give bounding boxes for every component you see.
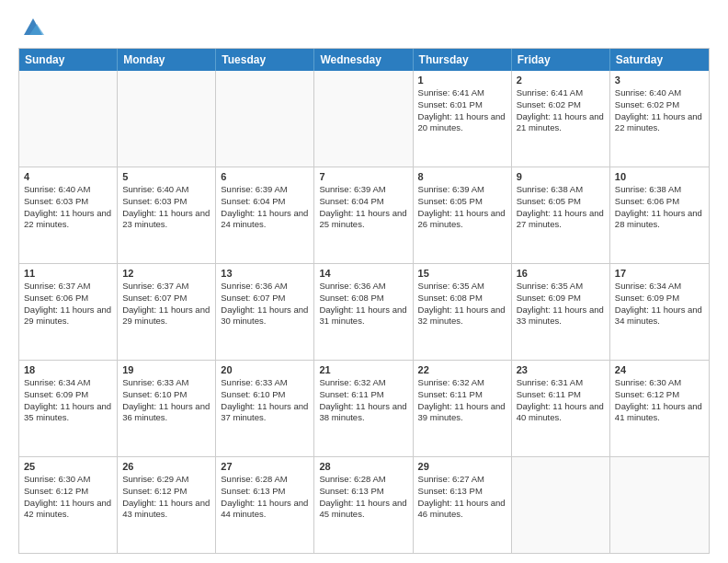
day-number: 17 <box>615 268 704 279</box>
day-number: 21 <box>319 364 407 375</box>
empty-cell <box>610 457 709 553</box>
day-info: Sunrise: 6:41 AM Sunset: 6:02 PM Dayligh… <box>517 87 605 134</box>
day-cell-5: 5Sunrise: 6:40 AM Sunset: 6:03 PM Daylig… <box>118 167 216 263</box>
calendar: SundayMondayTuesdayWednesdayThursdayFrid… <box>18 48 710 554</box>
day-info: Sunrise: 6:35 AM Sunset: 6:08 PM Dayligh… <box>418 281 506 327</box>
calendar-week-1: 1Sunrise: 6:41 AM Sunset: 6:01 PM Daylig… <box>19 71 709 167</box>
header <box>18 15 710 40</box>
day-info: Sunrise: 6:28 AM Sunset: 6:13 PM Dayligh… <box>319 474 407 521</box>
empty-cell <box>216 71 314 167</box>
calendar-week-3: 11Sunrise: 6:37 AM Sunset: 6:06 PM Dayli… <box>19 264 709 361</box>
day-number: 11 <box>24 268 112 279</box>
logo-icon <box>20 15 46 40</box>
day-cell-20: 20Sunrise: 6:33 AM Sunset: 6:10 PM Dayli… <box>216 361 314 456</box>
day-cell-26: 26Sunrise: 6:29 AM Sunset: 6:12 PM Dayli… <box>118 457 216 553</box>
calendar-body: 1Sunrise: 6:41 AM Sunset: 6:01 PM Daylig… <box>19 71 709 553</box>
day-info: Sunrise: 6:28 AM Sunset: 6:13 PM Dayligh… <box>221 474 309 521</box>
day-info: Sunrise: 6:31 AM Sunset: 6:11 PM Dayligh… <box>517 377 605 424</box>
calendar-header: SundayMondayTuesdayWednesdayThursdayFrid… <box>19 49 709 71</box>
day-number: 14 <box>319 268 407 279</box>
day-cell-21: 21Sunrise: 6:32 AM Sunset: 6:11 PM Dayli… <box>314 361 413 456</box>
day-cell-18: 18Sunrise: 6:34 AM Sunset: 6:09 PM Dayli… <box>19 361 118 456</box>
day-cell-22: 22Sunrise: 6:32 AM Sunset: 6:11 PM Dayli… <box>414 361 512 456</box>
day-cell-24: 24Sunrise: 6:30 AM Sunset: 6:12 PM Dayli… <box>610 361 709 456</box>
day-number: 15 <box>418 268 506 279</box>
day-cell-23: 23Sunrise: 6:31 AM Sunset: 6:11 PM Dayli… <box>512 361 610 456</box>
day-header-tuesday: Tuesday <box>216 49 314 71</box>
day-number: 1 <box>418 75 506 86</box>
day-number: 20 <box>221 364 309 375</box>
day-number: 19 <box>122 364 210 375</box>
day-info: Sunrise: 6:38 AM Sunset: 6:05 PM Dayligh… <box>517 184 605 231</box>
day-info: Sunrise: 6:32 AM Sunset: 6:11 PM Dayligh… <box>418 377 506 424</box>
day-info: Sunrise: 6:39 AM Sunset: 6:04 PM Dayligh… <box>319 184 407 231</box>
day-number: 29 <box>418 461 506 472</box>
day-number: 26 <box>122 461 210 472</box>
page: SundayMondayTuesdayWednesdayThursdayFrid… <box>0 0 728 563</box>
day-info: Sunrise: 6:37 AM Sunset: 6:07 PM Dayligh… <box>122 281 210 327</box>
day-header-monday: Monday <box>118 49 216 71</box>
day-number: 7 <box>319 171 407 182</box>
day-cell-3: 3Sunrise: 6:40 AM Sunset: 6:02 PM Daylig… <box>610 71 709 167</box>
day-cell-12: 12Sunrise: 6:37 AM Sunset: 6:07 PM Dayli… <box>118 264 216 360</box>
day-number: 22 <box>418 364 506 375</box>
day-number: 8 <box>418 171 506 182</box>
day-info: Sunrise: 6:30 AM Sunset: 6:12 PM Dayligh… <box>615 377 704 424</box>
day-info: Sunrise: 6:40 AM Sunset: 6:02 PM Dayligh… <box>615 87 704 134</box>
empty-cell <box>118 71 216 167</box>
day-number: 4 <box>24 171 112 182</box>
day-header-wednesday: Wednesday <box>314 49 413 71</box>
day-cell-6: 6Sunrise: 6:39 AM Sunset: 6:04 PM Daylig… <box>216 167 314 263</box>
day-cell-1: 1Sunrise: 6:41 AM Sunset: 6:01 PM Daylig… <box>414 71 512 167</box>
day-number: 9 <box>517 171 605 182</box>
day-info: Sunrise: 6:40 AM Sunset: 6:03 PM Dayligh… <box>122 184 210 231</box>
empty-cell <box>19 71 118 167</box>
day-header-sunday: Sunday <box>19 49 118 71</box>
day-cell-11: 11Sunrise: 6:37 AM Sunset: 6:06 PM Dayli… <box>19 264 118 360</box>
day-cell-27: 27Sunrise: 6:28 AM Sunset: 6:13 PM Dayli… <box>216 457 314 553</box>
day-cell-17: 17Sunrise: 6:34 AM Sunset: 6:09 PM Dayli… <box>610 264 709 360</box>
day-number: 5 <box>122 171 210 182</box>
day-cell-28: 28Sunrise: 6:28 AM Sunset: 6:13 PM Dayli… <box>314 457 413 553</box>
day-number: 6 <box>221 171 309 182</box>
day-header-saturday: Saturday <box>610 49 709 71</box>
day-info: Sunrise: 6:29 AM Sunset: 6:12 PM Dayligh… <box>122 474 210 521</box>
day-number: 18 <box>24 364 112 375</box>
calendar-week-4: 18Sunrise: 6:34 AM Sunset: 6:09 PM Dayli… <box>19 361 709 457</box>
day-info: Sunrise: 6:35 AM Sunset: 6:09 PM Dayligh… <box>517 281 605 327</box>
day-cell-13: 13Sunrise: 6:36 AM Sunset: 6:07 PM Dayli… <box>216 264 314 360</box>
day-info: Sunrise: 6:39 AM Sunset: 6:04 PM Dayligh… <box>221 184 309 231</box>
day-info: Sunrise: 6:40 AM Sunset: 6:03 PM Dayligh… <box>24 184 112 231</box>
day-cell-29: 29Sunrise: 6:27 AM Sunset: 6:13 PM Dayli… <box>414 457 512 553</box>
day-cell-2: 2Sunrise: 6:41 AM Sunset: 6:02 PM Daylig… <box>512 71 610 167</box>
day-info: Sunrise: 6:38 AM Sunset: 6:06 PM Dayligh… <box>615 184 704 231</box>
day-info: Sunrise: 6:37 AM Sunset: 6:06 PM Dayligh… <box>24 281 112 327</box>
day-info: Sunrise: 6:32 AM Sunset: 6:11 PM Dayligh… <box>319 377 407 424</box>
day-number: 16 <box>517 268 605 279</box>
day-number: 28 <box>319 461 407 472</box>
calendar-week-5: 25Sunrise: 6:30 AM Sunset: 6:12 PM Dayli… <box>19 457 709 553</box>
day-info: Sunrise: 6:30 AM Sunset: 6:12 PM Dayligh… <box>24 474 112 521</box>
calendar-week-2: 4Sunrise: 6:40 AM Sunset: 6:03 PM Daylig… <box>19 167 709 264</box>
day-info: Sunrise: 6:36 AM Sunset: 6:07 PM Dayligh… <box>221 281 309 327</box>
day-number: 2 <box>517 75 605 86</box>
day-info: Sunrise: 6:41 AM Sunset: 6:01 PM Dayligh… <box>418 87 506 134</box>
day-number: 24 <box>615 364 704 375</box>
day-number: 25 <box>24 461 112 472</box>
day-cell-4: 4Sunrise: 6:40 AM Sunset: 6:03 PM Daylig… <box>19 167 118 263</box>
day-cell-15: 15Sunrise: 6:35 AM Sunset: 6:08 PM Dayli… <box>414 264 512 360</box>
day-info: Sunrise: 6:27 AM Sunset: 6:13 PM Dayligh… <box>418 474 506 521</box>
day-header-friday: Friday <box>512 49 610 71</box>
day-cell-7: 7Sunrise: 6:39 AM Sunset: 6:04 PM Daylig… <box>314 167 413 263</box>
empty-cell <box>314 71 413 167</box>
day-number: 23 <box>517 364 605 375</box>
day-info: Sunrise: 6:39 AM Sunset: 6:05 PM Dayligh… <box>418 184 506 231</box>
day-header-thursday: Thursday <box>414 49 512 71</box>
day-info: Sunrise: 6:36 AM Sunset: 6:08 PM Dayligh… <box>319 281 407 327</box>
day-number: 13 <box>221 268 309 279</box>
day-cell-9: 9Sunrise: 6:38 AM Sunset: 6:05 PM Daylig… <box>512 167 610 263</box>
day-cell-25: 25Sunrise: 6:30 AM Sunset: 6:12 PM Dayli… <box>19 457 118 553</box>
day-number: 10 <box>615 171 704 182</box>
day-info: Sunrise: 6:33 AM Sunset: 6:10 PM Dayligh… <box>122 377 210 424</box>
day-cell-14: 14Sunrise: 6:36 AM Sunset: 6:08 PM Dayli… <box>314 264 413 360</box>
